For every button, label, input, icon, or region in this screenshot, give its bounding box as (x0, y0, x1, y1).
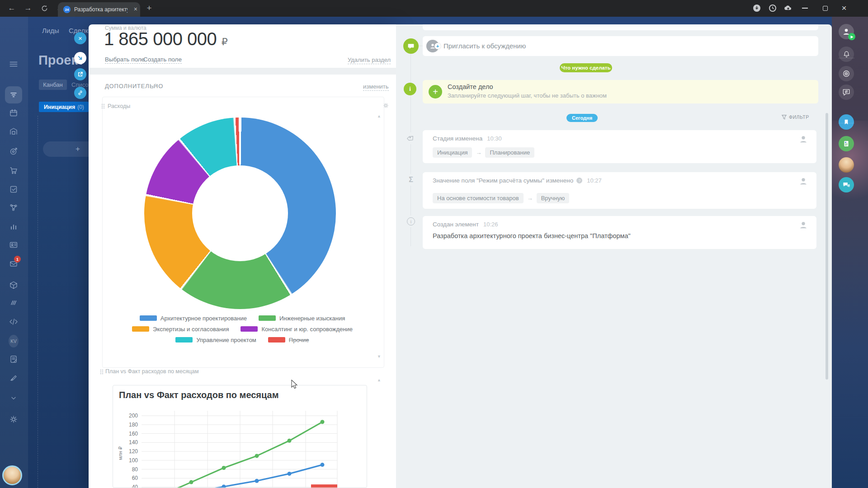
event-body: Разработка архитектурного проекта бизнес… (433, 232, 631, 239)
add-task-plus-icon[interactable]: + (429, 85, 442, 99)
back-icon[interactable]: ← (6, 3, 17, 14)
add-person-plus-icon: + (434, 43, 441, 49)
feed-event-card[interactable]: Значение поля "Режим расчёта суммы" изме… (423, 172, 816, 209)
stats-icon[interactable] (9, 221, 19, 231)
feed-event-card[interactable]: Создан элемент10:26Разработка архитектур… (423, 216, 816, 249)
kv-badge[interactable]: KV (9, 336, 19, 346)
overlay-close-button[interactable]: × (74, 32, 86, 44)
stage-name: Инициация (44, 104, 75, 110)
create-field-link[interactable]: Создать поле (143, 56, 182, 63)
filter-icon[interactable] (9, 90, 19, 100)
cloud-sync-icon[interactable] (783, 3, 793, 14)
event-title: Создан элемент (433, 221, 479, 228)
legend-row: Архитектурное проектированиеИнженерные и… (89, 314, 396, 323)
widget-collapse-down-icon[interactable]: ▼ (377, 354, 381, 359)
menu-icon[interactable] (9, 59, 19, 69)
documents-icon[interactable] (9, 354, 19, 364)
user-avatar-with-status[interactable]: ▶ (839, 24, 854, 39)
feed-scrollbar[interactable] (826, 113, 828, 380)
user-avatar-photo[interactable] (839, 157, 854, 173)
legend-item[interactable]: Архитектурное проектирование (140, 315, 247, 322)
bell-icon[interactable] (839, 47, 854, 62)
favicon: 24 (63, 6, 71, 13)
task-prompt-card[interactable]: + Создайте дело Запланируйте следующий ш… (423, 80, 818, 103)
history-icon[interactable] (767, 3, 778, 14)
section-divider (89, 68, 396, 75)
activity-feed: + Пригласить к обсуждению Что нужно сдел… (396, 24, 832, 488)
screen: ← → 24 Разработка архитектурного пр × + … (0, 0, 868, 488)
widget-gear-icon[interactable] (382, 102, 389, 109)
tab-close-icon[interactable]: × (134, 5, 137, 13)
discussion-icon[interactable] (403, 38, 419, 54)
legend-swatch (175, 337, 193, 343)
sigma-icon: Σ (405, 174, 417, 186)
cart-icon[interactable] (9, 165, 19, 175)
donut-hole (192, 165, 288, 261)
legend-item[interactable]: Прочие (268, 337, 309, 343)
contacts-icon[interactable] (9, 240, 19, 250)
overlay-copy-link-button[interactable] (74, 87, 86, 99)
tasks-icon[interactable] (9, 184, 19, 194)
overlay-minimize-to-corner-button[interactable] (74, 52, 86, 64)
minimize-icon[interactable] (799, 3, 810, 14)
section-edit-link[interactable]: изменить (363, 83, 389, 90)
stage-count: (0) (77, 104, 84, 110)
drag-handle-icon[interactable] (101, 103, 105, 109)
legend-item[interactable]: Экспертизы и согласования (132, 326, 229, 333)
date-badge[interactable]: Сегодня (566, 114, 598, 122)
storage-icon[interactable] (9, 127, 19, 136)
filter-button[interactable]: ФИЛЬТР (782, 114, 809, 120)
messenger-icon[interactable] (839, 84, 854, 100)
sites-icon[interactable] (9, 298, 19, 308)
group-chat-icon[interactable] (839, 177, 854, 192)
widget-collapse-up-icon[interactable]: ▲ (377, 114, 381, 118)
news-icon[interactable] (839, 136, 854, 151)
stage-column-header[interactable]: Инициация (0) (39, 102, 89, 112)
planner-icon[interactable] (9, 108, 19, 118)
target-icon[interactable] (9, 146, 19, 156)
browser-titlebar: ← → 24 Разработка архитектурного пр × + … (0, 0, 868, 17)
todo-button[interactable]: Что нужно сделать (560, 63, 612, 72)
arrow-icon: → (476, 149, 481, 156)
event-title: Значение поля "Режим расчёта суммы" изме… (433, 177, 573, 184)
invite-input[interactable]: + Пригласить к обсуждению (423, 36, 818, 56)
reload-icon[interactable] (39, 3, 50, 14)
network-icon[interactable] (9, 202, 19, 212)
new-tab-button[interactable]: + (144, 3, 155, 14)
author-avatar-icon (798, 134, 808, 144)
settings-gear-icon[interactable] (9, 414, 19, 424)
window-close-icon[interactable]: × (839, 3, 849, 14)
overlay-open-in-new-button[interactable] (74, 68, 86, 80)
widget-collapse-up-icon[interactable]: ▲ (377, 378, 381, 382)
select-field-link[interactable]: Выбрать поле (105, 56, 145, 63)
download-icon[interactable] (751, 3, 762, 14)
edit-pencil-icon[interactable] (151, 83, 157, 89)
kanban-column-divider (38, 116, 38, 488)
stage-tag-icon (405, 132, 417, 144)
code-icon[interactable] (9, 317, 19, 327)
feed-event-card[interactable]: Стадия изменена10:30 Инициация → Планиро… (423, 130, 816, 163)
view-kanban-button[interactable]: Канбан (39, 80, 67, 90)
mouse-cursor (291, 380, 299, 389)
drag-handle-icon[interactable] (100, 369, 104, 375)
user-avatar[interactable] (2, 465, 22, 485)
forward-icon[interactable]: → (23, 3, 33, 14)
browser-tab[interactable]: 24 Разработка архитектурного пр × (58, 2, 140, 17)
task-prompt-title: Создайте дело (448, 83, 493, 90)
maximize-icon[interactable] (820, 3, 830, 14)
nav-tab-leads[interactable]: Лиды (42, 27, 59, 34)
line-chart-plot: 200180160140120100806040млн ₽ (113, 385, 367, 488)
rail-divider (838, 123, 854, 123)
legend-item[interactable]: Управление проектом (175, 337, 256, 343)
delete-section-link[interactable]: Удалить раздел (348, 56, 391, 63)
box-icon[interactable] (9, 280, 19, 290)
legend-item[interactable]: Консалтинг и юр. сопровождение (241, 326, 353, 333)
mail-icon[interactable]: 1 (9, 259, 19, 269)
sign-icon[interactable] (9, 372, 19, 382)
change-from-pill: Инициация (433, 147, 472, 158)
chevron-down-icon[interactable] (9, 393, 19, 403)
legend-item[interactable]: Инженерные изыскания (259, 315, 345, 322)
bookmark-icon[interactable] (839, 114, 854, 130)
legend-label: Прочие (289, 337, 309, 343)
focus-icon[interactable] (839, 66, 854, 81)
